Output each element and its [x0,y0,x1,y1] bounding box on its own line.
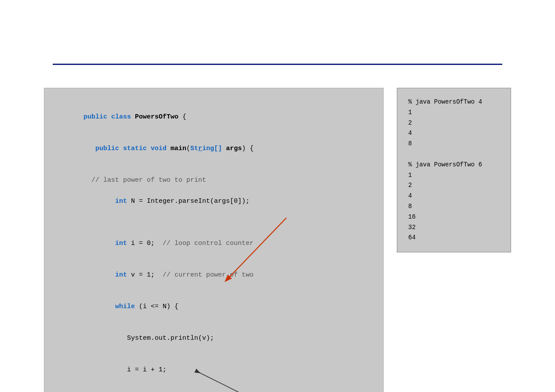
code-main: main(String[] args) { [170,145,254,152]
output-line-10: 8 [408,201,500,212]
kw-int2: int [115,240,127,247]
code-println: System.out.println(v); [83,334,214,342]
keyword-public: public static void [95,145,170,152]
code-line-comment1: // last power of two to print [60,175,368,186]
code-line-intv: int v = 1; // current power of two [60,259,368,291]
code-line-1: public class PowersOfTwo { [60,101,368,133]
code-line-double: v = 2 * v; [60,386,368,392]
code-indent1 [83,145,95,152]
code-line-println: System.out.println(v); [60,323,368,354]
output-line-7: 1 [408,170,500,181]
output-line-blank [408,149,500,160]
output-panel: % java PowersOfTwo 4 1 2 4 8 % java Powe… [397,88,511,252]
code-line-while: while (i <= N) { [60,291,368,323]
kw-int3: int [115,271,127,279]
code-intN-rest: N = Integer.parseInt(args[0]); [127,198,250,205]
kw-int1: int [115,198,127,205]
output-line-8: 2 [408,180,500,191]
code-while-rest: (i <= N) { [135,303,178,310]
output-line-3: 2 [408,118,500,129]
output-line-1: % java PowersOfTwo 4 [408,97,500,108]
output-line-2: 1 [408,108,500,118]
indent4 [83,303,115,310]
kw-while: while [115,303,135,310]
output-line-9: 4 [408,191,500,201]
output-line-5: 8 [408,139,500,149]
keyword-public-class: public class [83,113,135,121]
code-line-blank2 [60,217,368,228]
indent3 [83,271,115,279]
code-panel: public class PowersOfTwo { public static… [44,88,384,392]
code-classname: PowersOfTwo { [135,113,186,121]
code-line-blank1 [60,165,368,175]
code-inti-rest: i = 0; // loop control counter [127,240,254,247]
top-divider [53,64,502,65]
output-line-6: % java PowersOfTwo 6 [408,160,500,170]
indent [83,198,115,205]
output-line-12: 32 [408,223,500,233]
content-area: public class PowersOfTwo { public static… [44,88,511,392]
code-intv-rest: v = 1; // current power of two [127,271,254,279]
code-line-2: public static void main(String[] args) { [60,133,368,165]
indent2 [83,240,115,247]
code-line-inti: int i = 0; // loop control counter [60,228,368,259]
output-line-13: 64 [408,233,500,243]
output-line-11: 16 [408,212,500,223]
code-line-increment: i = i + 1; [60,354,368,386]
output-line-4: 4 [408,128,500,139]
code-increment: i = i + 1; [83,366,167,374]
code-line-intN: int N = Integer.parseInt(args[0]); [60,186,368,217]
